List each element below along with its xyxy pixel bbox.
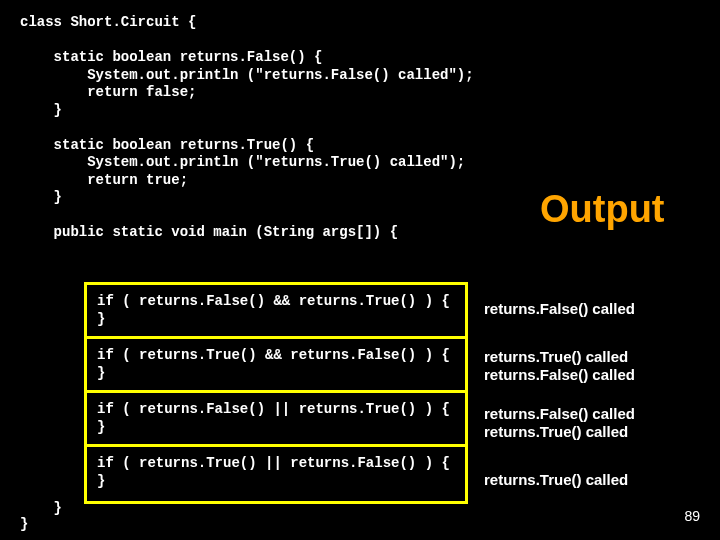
closing-braces: } } [20,500,62,532]
if-row: if ( returns.True() && returns.False() )… [87,339,465,393]
output-row: returns.False() called [482,282,707,339]
output-line: returns.False() called [484,300,707,318]
if-row: if ( returns.True() || returns.False() )… [87,447,465,501]
output-line: returns.True() called [484,423,707,441]
output-row: returns.False() called returns.True() ca… [482,396,707,453]
output-row: returns.True() called [482,453,707,507]
output-line: returns.False() called [484,366,707,384]
output-row: returns.True() called returns.False() ca… [482,339,707,396]
if-row: if ( returns.False() && returns.True() )… [87,285,465,339]
if-statements-box: if ( returns.False() && returns.True() )… [84,282,468,504]
class-declaration: class Short.Circuit { [20,14,700,32]
method-returns-false: static boolean returns.False() { System.… [20,49,700,119]
output-line: returns.True() called [484,471,707,489]
output-line: returns.True() called [484,348,707,366]
slide-number: 89 [684,508,700,524]
output-heading: Output [540,188,665,231]
if-row: if ( returns.False() || returns.True() )… [87,393,465,447]
output-column: returns.False() called returns.True() ca… [482,282,707,507]
output-line: returns.False() called [484,405,707,423]
